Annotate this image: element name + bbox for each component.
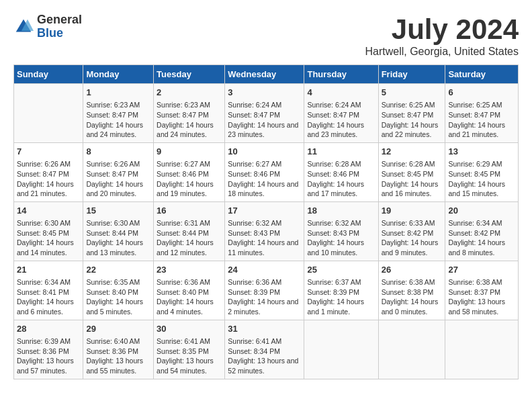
- day-number: 14: [17, 205, 80, 217]
- logo-general: General: [37, 13, 82, 27]
- day-number: 13: [448, 146, 515, 158]
- day-number: 9: [157, 146, 222, 158]
- day-info: Sunrise: 6:26 AMSunset: 8:47 PMDaylight:…: [17, 159, 80, 199]
- day-number: 28: [17, 323, 80, 335]
- day-info: Sunrise: 6:25 AMSunset: 8:47 PMDaylight:…: [382, 100, 443, 140]
- calendar-cell: 15Sunrise: 6:30 AMSunset: 8:44 PMDayligh…: [83, 201, 154, 261]
- calendar-cell: 30Sunrise: 6:41 AMSunset: 8:35 PMDayligh…: [154, 320, 225, 379]
- day-number: 31: [228, 323, 301, 335]
- calendar-cell: [445, 320, 519, 379]
- day-info: Sunrise: 6:27 AMSunset: 8:46 PMDaylight:…: [228, 159, 301, 199]
- day-info: Sunrise: 6:28 AMSunset: 8:46 PMDaylight:…: [307, 159, 375, 199]
- calendar-cell: 19Sunrise: 6:33 AMSunset: 8:42 PMDayligh…: [378, 201, 445, 261]
- calendar-cell: 13Sunrise: 6:29 AMSunset: 8:45 PMDayligh…: [445, 142, 519, 201]
- calendar-cell: 27Sunrise: 6:38 AMSunset: 8:37 PMDayligh…: [445, 261, 519, 320]
- day-info: Sunrise: 6:24 AMSunset: 8:47 PMDaylight:…: [307, 100, 375, 140]
- calendar-cell: 5Sunrise: 6:25 AMSunset: 8:47 PMDaylight…: [378, 84, 445, 143]
- logo: General Blue: [13, 13, 82, 40]
- calendar-cell: [14, 84, 83, 143]
- day-info: Sunrise: 6:34 AMSunset: 8:41 PMDaylight:…: [17, 277, 80, 317]
- day-info: Sunrise: 6:25 AMSunset: 8:47 PMDaylight:…: [448, 100, 515, 140]
- header-cell-monday: Monday: [83, 65, 154, 84]
- day-number: 1: [86, 87, 150, 99]
- page-header: General Blue July 2024 Hartwell, Georgia…: [13, 13, 519, 58]
- calendar-cell: 21Sunrise: 6:34 AMSunset: 8:41 PMDayligh…: [14, 261, 83, 320]
- day-number: 11: [307, 146, 375, 158]
- day-number: 15: [86, 205, 150, 217]
- day-info: Sunrise: 6:35 AMSunset: 8:40 PMDaylight:…: [86, 277, 150, 317]
- logo-blue: Blue: [37, 27, 82, 40]
- calendar-cell: 25Sunrise: 6:37 AMSunset: 8:39 PMDayligh…: [304, 261, 378, 320]
- calendar-cell: 2Sunrise: 6:23 AMSunset: 8:47 PMDaylight…: [154, 84, 225, 143]
- day-info: Sunrise: 6:24 AMSunset: 8:47 PMDaylight:…: [228, 100, 301, 140]
- day-info: Sunrise: 6:32 AMSunset: 8:43 PMDaylight:…: [307, 218, 375, 258]
- day-info: Sunrise: 6:38 AMSunset: 8:38 PMDaylight:…: [382, 277, 443, 317]
- day-info: Sunrise: 6:41 AMSunset: 8:35 PMDaylight:…: [157, 336, 222, 376]
- header-cell-tuesday: Tuesday: [154, 65, 225, 84]
- day-info: Sunrise: 6:33 AMSunset: 8:42 PMDaylight:…: [382, 218, 443, 258]
- day-info: Sunrise: 6:39 AMSunset: 8:36 PMDaylight:…: [17, 336, 80, 376]
- day-number: 25: [307, 264, 375, 276]
- header-cell-sunday: Sunday: [14, 65, 83, 84]
- day-number: 4: [307, 87, 375, 99]
- calendar-cell: 24Sunrise: 6:36 AMSunset: 8:39 PMDayligh…: [225, 261, 304, 320]
- day-number: 24: [228, 264, 301, 276]
- day-info: Sunrise: 6:41 AMSunset: 8:34 PMDaylight:…: [228, 336, 301, 376]
- day-info: Sunrise: 6:28 AMSunset: 8:45 PMDaylight:…: [382, 159, 443, 199]
- day-info: Sunrise: 6:37 AMSunset: 8:39 PMDaylight:…: [307, 277, 375, 317]
- calendar-cell: 1Sunrise: 6:23 AMSunset: 8:47 PMDaylight…: [83, 84, 154, 143]
- week-row-1: 1Sunrise: 6:23 AMSunset: 8:47 PMDaylight…: [14, 84, 519, 143]
- week-row-4: 21Sunrise: 6:34 AMSunset: 8:41 PMDayligh…: [14, 261, 519, 320]
- calendar-cell: 8Sunrise: 6:26 AMSunset: 8:47 PMDaylight…: [83, 142, 154, 201]
- calendar-cell: 26Sunrise: 6:38 AMSunset: 8:38 PMDayligh…: [378, 261, 445, 320]
- calendar-cell: 12Sunrise: 6:28 AMSunset: 8:45 PMDayligh…: [378, 142, 445, 201]
- day-number: 12: [382, 146, 443, 158]
- day-number: 17: [228, 205, 301, 217]
- day-number: 2: [157, 87, 222, 99]
- day-number: 21: [17, 264, 80, 276]
- calendar-cell: 10Sunrise: 6:27 AMSunset: 8:46 PMDayligh…: [225, 142, 304, 201]
- day-number: 18: [307, 205, 375, 217]
- calendar-cell: 4Sunrise: 6:24 AMSunset: 8:47 PMDaylight…: [304, 84, 378, 143]
- main-title: July 2024: [365, 13, 519, 46]
- subtitle: Hartwell, Georgia, United States: [365, 46, 519, 58]
- day-info: Sunrise: 6:29 AMSunset: 8:45 PMDaylight:…: [448, 159, 515, 199]
- header-row: SundayMondayTuesdayWednesdayThursdayFrid…: [14, 65, 519, 84]
- logo-text: General Blue: [37, 13, 82, 40]
- calendar-cell: 6Sunrise: 6:25 AMSunset: 8:47 PMDaylight…: [445, 84, 519, 143]
- logo-icon: [13, 17, 34, 37]
- header-cell-wednesday: Wednesday: [225, 65, 304, 84]
- week-row-3: 14Sunrise: 6:30 AMSunset: 8:45 PMDayligh…: [14, 201, 519, 261]
- day-info: Sunrise: 6:23 AMSunset: 8:47 PMDaylight:…: [86, 100, 150, 140]
- week-row-5: 28Sunrise: 6:39 AMSunset: 8:36 PMDayligh…: [14, 320, 519, 379]
- calendar-cell: 29Sunrise: 6:40 AMSunset: 8:36 PMDayligh…: [83, 320, 154, 379]
- calendar-cell: [378, 320, 445, 379]
- day-info: Sunrise: 6:36 AMSunset: 8:39 PMDaylight:…: [228, 277, 301, 317]
- calendar-cell: 18Sunrise: 6:32 AMSunset: 8:43 PMDayligh…: [304, 201, 378, 261]
- day-number: 5: [382, 87, 443, 99]
- day-number: 27: [448, 264, 515, 276]
- day-number: 30: [157, 323, 222, 335]
- calendar-cell: 14Sunrise: 6:30 AMSunset: 8:45 PMDayligh…: [14, 201, 83, 261]
- day-info: Sunrise: 6:30 AMSunset: 8:44 PMDaylight:…: [86, 218, 150, 258]
- calendar-cell: 7Sunrise: 6:26 AMSunset: 8:47 PMDaylight…: [14, 142, 83, 201]
- calendar-cell: 11Sunrise: 6:28 AMSunset: 8:46 PMDayligh…: [304, 142, 378, 201]
- title-block: July 2024 Hartwell, Georgia, United Stat…: [365, 13, 519, 58]
- day-info: Sunrise: 6:34 AMSunset: 8:42 PMDaylight:…: [448, 218, 515, 258]
- week-row-2: 7Sunrise: 6:26 AMSunset: 8:47 PMDaylight…: [14, 142, 519, 201]
- day-info: Sunrise: 6:32 AMSunset: 8:43 PMDaylight:…: [228, 218, 301, 258]
- calendar-cell: 17Sunrise: 6:32 AMSunset: 8:43 PMDayligh…: [225, 201, 304, 261]
- day-number: 7: [17, 146, 80, 158]
- day-number: 10: [228, 146, 301, 158]
- day-number: 23: [157, 264, 222, 276]
- day-number: 20: [448, 205, 515, 217]
- day-number: 16: [157, 205, 222, 217]
- calendar-cell: 9Sunrise: 6:27 AMSunset: 8:46 PMDaylight…: [154, 142, 225, 201]
- day-info: Sunrise: 6:38 AMSunset: 8:37 PMDaylight:…: [448, 277, 515, 317]
- day-number: 8: [86, 146, 150, 158]
- day-info: Sunrise: 6:40 AMSunset: 8:36 PMDaylight:…: [86, 336, 150, 376]
- calendar-cell: 20Sunrise: 6:34 AMSunset: 8:42 PMDayligh…: [445, 201, 519, 261]
- calendar-table: SundayMondayTuesdayWednesdayThursdayFrid…: [13, 64, 519, 379]
- calendar-cell: 23Sunrise: 6:36 AMSunset: 8:40 PMDayligh…: [154, 261, 225, 320]
- header-cell-friday: Friday: [378, 65, 445, 84]
